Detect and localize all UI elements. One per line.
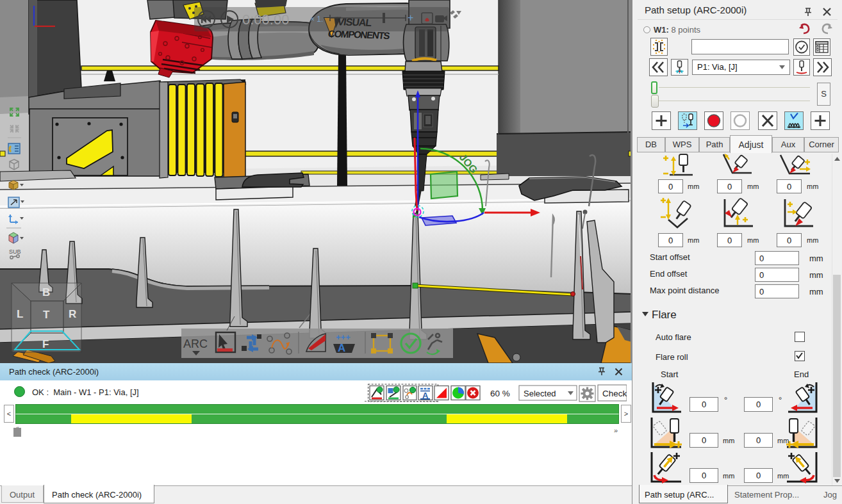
svg-text:T: T <box>43 309 50 321</box>
svg-text:0:00.00: 0:00.00 <box>242 12 289 28</box>
svg-text:60 %: 60 % <box>490 389 510 398</box>
svg-text:L: L <box>17 308 23 320</box>
svg-text:R: R <box>69 308 76 320</box>
svg-text:+: + <box>408 12 413 23</box>
svg-text:A: A <box>338 342 345 354</box>
svg-text:F: F <box>42 338 49 350</box>
svg-text:ARC: ARC <box>183 337 208 350</box>
svg-text:× 1.: × 1. <box>310 15 323 24</box>
svg-text:SUB: SUB <box>9 248 21 255</box>
svg-text:B: B <box>42 286 50 298</box>
svg-text:Selected: Selected <box>524 389 556 398</box>
svg-text:+++: +++ <box>336 332 351 342</box>
svg-text:Check: Check <box>602 389 627 398</box>
